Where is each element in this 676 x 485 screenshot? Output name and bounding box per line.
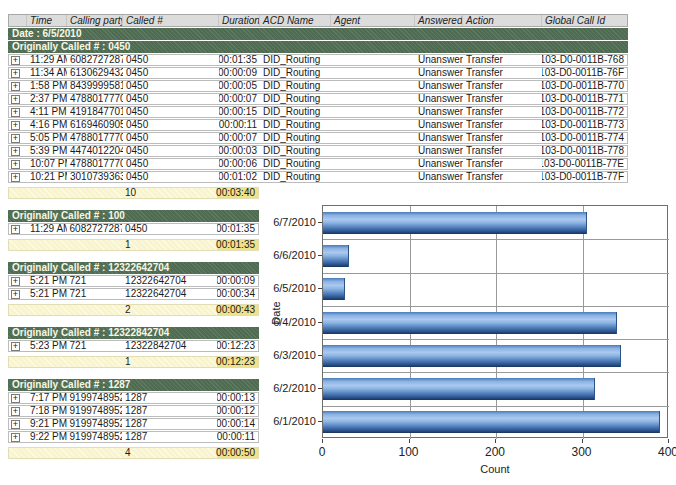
cell-calling: 3010739363 bbox=[67, 172, 123, 182]
expand-icon[interactable]: + bbox=[11, 225, 20, 234]
date-group-header: Date : 6/5/2010 bbox=[8, 28, 628, 40]
chart-x-axis-title: Count bbox=[322, 463, 668, 475]
expand-icon[interactable]: + bbox=[11, 173, 20, 182]
cell-action: Transfer bbox=[463, 120, 542, 130]
cell-acd: DID_Routing bbox=[260, 55, 331, 65]
cell-agent bbox=[331, 146, 415, 156]
summary-call-count: 10 bbox=[122, 188, 217, 198]
group-summary-row: 1000:03:40 bbox=[8, 187, 259, 199]
summary-spacer bbox=[9, 448, 27, 458]
cell-duration: 00:00:06 bbox=[219, 159, 260, 169]
x-axis-tick-label: 100 bbox=[398, 445, 418, 459]
expand-icon[interactable]: + bbox=[11, 69, 20, 78]
call-row: +7:17 PM9199748952128700:00:13 bbox=[8, 392, 259, 404]
cell-duration: 00:00:15 bbox=[219, 107, 260, 117]
expand-icon[interactable]: + bbox=[11, 420, 20, 429]
x-axis-tick bbox=[409, 439, 410, 443]
chart-gridline-horizontal bbox=[323, 306, 669, 307]
expand-icon[interactable]: + bbox=[11, 121, 20, 130]
y-axis-tick-label: 6/6/2010 bbox=[270, 249, 316, 261]
cell-called: 1287 bbox=[122, 406, 217, 416]
expand-cell: + bbox=[9, 406, 27, 416]
expand-cell: + bbox=[9, 94, 27, 104]
cell-time: 5:39 PM bbox=[27, 146, 67, 156]
call-row: +9:21 PM9199748952128700:00:14 bbox=[8, 418, 259, 430]
y-axis-tick-label: 6/1/2010 bbox=[270, 415, 316, 427]
column-header-called[interactable]: Called # bbox=[123, 15, 219, 26]
expand-icon[interactable]: + bbox=[11, 433, 20, 442]
summary-spacer bbox=[9, 240, 27, 250]
calls-by-date-chart: Date 01002003004006/7/20106/6/20106/5/20… bbox=[270, 195, 676, 480]
chart-bar bbox=[323, 245, 349, 267]
cell-acd: DID_Routing bbox=[260, 120, 331, 130]
expand-icon[interactable]: + bbox=[11, 56, 20, 65]
expand-cell: + bbox=[9, 81, 27, 91]
cell-agent bbox=[331, 94, 415, 104]
call-row: +4:11 PM4191847701045000:00:15DID_Routin… bbox=[8, 106, 628, 118]
cell-time: 9:22 PM bbox=[27, 432, 67, 442]
column-header-acd[interactable]: ACD Name bbox=[260, 15, 331, 26]
expand-icon[interactable]: + bbox=[11, 407, 20, 416]
summary-spacer bbox=[67, 357, 122, 367]
cell-global: 10103-D0-0011B-774 bbox=[542, 133, 627, 143]
summary-call-count: 2 bbox=[122, 305, 217, 315]
column-header-action[interactable]: Action bbox=[463, 15, 542, 26]
summary-spacer bbox=[67, 188, 122, 198]
cell-agent bbox=[331, 107, 415, 117]
table-header-row: TimeCalling party #Called #DurationACD N… bbox=[8, 14, 628, 27]
chart-bar bbox=[323, 411, 660, 433]
column-header-global[interactable]: Global Call Id bbox=[542, 15, 627, 26]
cell-called: 12322842704 bbox=[122, 341, 217, 351]
cell-calling: 4474012204 bbox=[67, 146, 123, 156]
call-row: +4:16 PM6169460905045000:00:11DID_Routin… bbox=[8, 119, 628, 131]
cell-calling: 4191847701 bbox=[67, 107, 123, 117]
cell-called: 0450 bbox=[123, 94, 219, 104]
expand-icon[interactable]: + bbox=[11, 160, 20, 169]
expand-icon[interactable]: + bbox=[11, 290, 20, 299]
column-header-time[interactable]: Time bbox=[27, 15, 67, 26]
expand-icon[interactable]: + bbox=[11, 147, 20, 156]
cell-action: Transfer bbox=[463, 68, 542, 78]
cell-action: Transfer bbox=[463, 172, 542, 182]
originally-called-group-header: Originally Called # : 1287 bbox=[8, 379, 259, 391]
summary-total-duration: 00:01:35 bbox=[217, 240, 258, 250]
cell-duration: 00:00:12 bbox=[217, 406, 258, 416]
expand-icon[interactable]: + bbox=[11, 342, 20, 351]
expand-icon[interactable]: + bbox=[11, 394, 20, 403]
cell-duration: 00:00:11 bbox=[219, 120, 260, 130]
summary-spacer bbox=[9, 188, 27, 198]
cell-called: 0450 bbox=[123, 120, 219, 130]
expand-icon[interactable]: + bbox=[11, 277, 20, 286]
cell-time: 7:18 PM bbox=[27, 406, 67, 416]
expand-icon[interactable]: + bbox=[11, 95, 20, 104]
cell-called: 1287 bbox=[122, 393, 217, 403]
cell-duration: 00:00:03 bbox=[219, 146, 260, 156]
y-axis-tick-label: 6/7/2010 bbox=[270, 216, 316, 228]
cell-time: 11:34 AM bbox=[27, 68, 67, 78]
column-header-duration[interactable]: Duration bbox=[219, 15, 260, 26]
cell-calling: 8439999581 bbox=[67, 81, 123, 91]
cell-time: 4:16 PM bbox=[27, 120, 67, 130]
cell-action: Transfer bbox=[463, 133, 542, 143]
column-header-calling[interactable]: Calling party # bbox=[67, 15, 123, 26]
expand-icon[interactable]: + bbox=[11, 82, 20, 91]
expand-cell: + bbox=[9, 276, 27, 286]
column-header-agent[interactable]: Agent bbox=[331, 15, 415, 26]
cell-calling: 6169460905 bbox=[67, 120, 123, 130]
call-row: +5:05 PM4788017770045000:00:07DID_Routin… bbox=[8, 132, 628, 144]
cell-duration: 00:00:05 bbox=[219, 81, 260, 91]
chart-plot-area bbox=[322, 205, 668, 438]
cell-agent bbox=[331, 81, 415, 91]
expand-icon[interactable]: + bbox=[11, 134, 20, 143]
call-row: +10:21 PM3010739363045000:01:02DID_Routi… bbox=[8, 171, 628, 183]
originally-called-group-header: Originally Called # : 100 bbox=[8, 210, 259, 222]
summary-total-duration: 00:00:43 bbox=[217, 305, 258, 315]
expand-icon[interactable]: + bbox=[11, 108, 20, 117]
expand-cell: + bbox=[9, 393, 27, 403]
cell-answered: Unanswered bbox=[415, 107, 463, 117]
cell-answered: Unanswered bbox=[415, 81, 463, 91]
cell-calling: 721 bbox=[67, 341, 123, 351]
call-row: +11:29 AM6082727287045000:01:35DID_Routi… bbox=[8, 54, 628, 66]
column-header-answered[interactable]: Answered bbox=[415, 15, 463, 26]
cell-called: 0450 bbox=[123, 133, 219, 143]
